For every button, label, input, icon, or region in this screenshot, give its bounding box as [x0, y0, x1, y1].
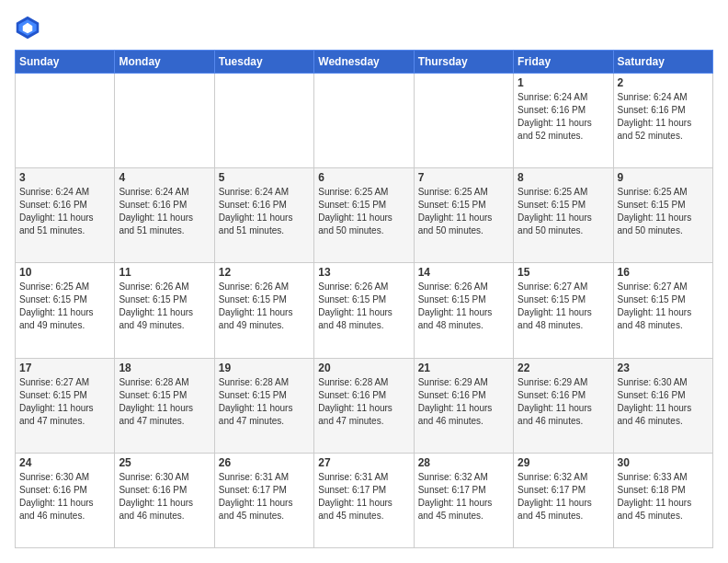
day-info: Sunrise: 6:25 AM Sunset: 6:15 PM Dayligh…: [318, 186, 409, 237]
calendar-cell: 27Sunrise: 6:31 AM Sunset: 6:17 PM Dayli…: [314, 453, 414, 547]
day-number: 11: [119, 266, 210, 279]
calendar: SundayMondayTuesdayWednesdayThursdayFrid…: [15, 50, 713, 548]
day-info: Sunrise: 6:31 AM Sunset: 6:17 PM Dayligh…: [219, 471, 310, 523]
calendar-cell: [214, 74, 313, 168]
calendar-cell: 18Sunrise: 6:28 AM Sunset: 6:15 PM Dayli…: [115, 358, 214, 453]
day-info: Sunrise: 6:30 AM Sunset: 6:16 PM Dayligh…: [618, 376, 709, 428]
day-info: Sunrise: 6:26 AM Sunset: 6:15 PM Dayligh…: [418, 281, 509, 332]
day-number: 26: [219, 456, 310, 469]
day-number: 9: [618, 171, 709, 184]
day-number: 28: [418, 456, 509, 469]
header: [15, 15, 713, 40]
calendar-cell: 19Sunrise: 6:28 AM Sunset: 6:15 PM Dayli…: [214, 358, 313, 453]
calendar-header-row: SundayMondayTuesdayWednesdayThursdayFrid…: [16, 51, 713, 74]
day-info: Sunrise: 6:29 AM Sunset: 6:16 PM Dayligh…: [518, 376, 609, 428]
calendar-cell: [314, 74, 414, 168]
calendar-cell: [115, 74, 214, 168]
calendar-cell: 11Sunrise: 6:26 AM Sunset: 6:15 PM Dayli…: [115, 263, 214, 358]
calendar-header-tuesday: Tuesday: [214, 51, 313, 74]
day-number: 22: [518, 362, 609, 374]
calendar-cell: 21Sunrise: 6:29 AM Sunset: 6:16 PM Dayli…: [414, 358, 513, 453]
calendar-week-2: 10Sunrise: 6:25 AM Sunset: 6:15 PM Dayli…: [16, 263, 713, 358]
day-info: Sunrise: 6:24 AM Sunset: 6:16 PM Dayligh…: [618, 91, 709, 143]
day-info: Sunrise: 6:24 AM Sunset: 6:16 PM Dayligh…: [119, 186, 210, 237]
day-info: Sunrise: 6:32 AM Sunset: 6:17 PM Dayligh…: [518, 471, 609, 523]
calendar-cell: 7Sunrise: 6:25 AM Sunset: 6:15 PM Daylig…: [414, 168, 513, 263]
day-info: Sunrise: 6:24 AM Sunset: 6:16 PM Dayligh…: [19, 186, 110, 237]
calendar-cell: [414, 74, 513, 168]
calendar-cell: 2Sunrise: 6:24 AM Sunset: 6:16 PM Daylig…: [613, 74, 712, 168]
day-number: 18: [119, 362, 210, 374]
day-info: Sunrise: 6:33 AM Sunset: 6:18 PM Dayligh…: [618, 471, 709, 523]
day-info: Sunrise: 6:25 AM Sunset: 6:15 PM Dayligh…: [518, 186, 609, 237]
calendar-cell: 16Sunrise: 6:27 AM Sunset: 6:15 PM Dayli…: [613, 263, 712, 358]
calendar-week-3: 17Sunrise: 6:27 AM Sunset: 6:15 PM Dayli…: [16, 358, 713, 453]
day-number: 19: [219, 362, 310, 374]
calendar-header-monday: Monday: [115, 51, 214, 74]
day-info: Sunrise: 6:32 AM Sunset: 6:17 PM Dayligh…: [418, 471, 509, 523]
calendar-header-sunday: Sunday: [16, 51, 115, 74]
day-info: Sunrise: 6:31 AM Sunset: 6:17 PM Dayligh…: [318, 471, 409, 523]
day-info: Sunrise: 6:27 AM Sunset: 6:15 PM Dayligh…: [19, 376, 110, 428]
day-info: Sunrise: 6:27 AM Sunset: 6:15 PM Dayligh…: [618, 281, 709, 332]
day-number: 17: [19, 362, 110, 374]
calendar-week-1: 3Sunrise: 6:24 AM Sunset: 6:16 PM Daylig…: [16, 168, 713, 263]
day-number: 21: [418, 362, 509, 374]
day-info: Sunrise: 6:29 AM Sunset: 6:16 PM Dayligh…: [418, 376, 509, 428]
calendar-cell: 30Sunrise: 6:33 AM Sunset: 6:18 PM Dayli…: [613, 453, 712, 547]
calendar-cell: 28Sunrise: 6:32 AM Sunset: 6:17 PM Dayli…: [414, 453, 513, 547]
day-info: Sunrise: 6:28 AM Sunset: 6:15 PM Dayligh…: [219, 376, 310, 428]
day-info: Sunrise: 6:26 AM Sunset: 6:15 PM Dayligh…: [119, 281, 210, 332]
calendar-cell: 6Sunrise: 6:25 AM Sunset: 6:15 PM Daylig…: [314, 168, 414, 263]
day-number: 5: [219, 171, 310, 184]
calendar-cell: 1Sunrise: 6:24 AM Sunset: 6:16 PM Daylig…: [514, 74, 613, 168]
day-info: Sunrise: 6:24 AM Sunset: 6:16 PM Dayligh…: [219, 186, 310, 237]
day-info: Sunrise: 6:28 AM Sunset: 6:15 PM Dayligh…: [119, 376, 210, 428]
day-number: 3: [19, 171, 110, 184]
calendar-cell: 15Sunrise: 6:27 AM Sunset: 6:15 PM Dayli…: [514, 263, 613, 358]
calendar-header-wednesday: Wednesday: [314, 51, 414, 74]
day-number: 8: [518, 171, 609, 184]
calendar-week-4: 24Sunrise: 6:30 AM Sunset: 6:16 PM Dayli…: [16, 453, 713, 547]
calendar-cell: 10Sunrise: 6:25 AM Sunset: 6:15 PM Dayli…: [16, 263, 115, 358]
day-number: 29: [518, 456, 609, 469]
logo-icon: [15, 15, 40, 40]
calendar-cell: 3Sunrise: 6:24 AM Sunset: 6:16 PM Daylig…: [16, 168, 115, 263]
page: SundayMondayTuesdayWednesdayThursdayFrid…: [0, 0, 728, 563]
calendar-cell: 20Sunrise: 6:28 AM Sunset: 6:16 PM Dayli…: [314, 358, 414, 453]
calendar-cell: 17Sunrise: 6:27 AM Sunset: 6:15 PM Dayli…: [16, 358, 115, 453]
day-number: 30: [618, 456, 709, 469]
day-number: 2: [618, 76, 709, 89]
calendar-cell: 14Sunrise: 6:26 AM Sunset: 6:15 PM Dayli…: [414, 263, 513, 358]
day-info: Sunrise: 6:26 AM Sunset: 6:15 PM Dayligh…: [219, 281, 310, 332]
calendar-cell: 4Sunrise: 6:24 AM Sunset: 6:16 PM Daylig…: [115, 168, 214, 263]
day-info: Sunrise: 6:24 AM Sunset: 6:16 PM Dayligh…: [518, 91, 609, 143]
day-number: 27: [318, 456, 409, 469]
day-info: Sunrise: 6:28 AM Sunset: 6:16 PM Dayligh…: [318, 376, 409, 428]
day-info: Sunrise: 6:25 AM Sunset: 6:15 PM Dayligh…: [19, 281, 110, 332]
day-number: 24: [19, 456, 110, 469]
day-number: 15: [518, 266, 609, 279]
calendar-cell: 22Sunrise: 6:29 AM Sunset: 6:16 PM Dayli…: [514, 358, 613, 453]
day-number: 7: [418, 171, 509, 184]
calendar-header-thursday: Thursday: [414, 51, 513, 74]
calendar-cell: 26Sunrise: 6:31 AM Sunset: 6:17 PM Dayli…: [214, 453, 313, 547]
day-info: Sunrise: 6:25 AM Sunset: 6:15 PM Dayligh…: [418, 186, 509, 237]
calendar-cell: 13Sunrise: 6:26 AM Sunset: 6:15 PM Dayli…: [314, 263, 414, 358]
day-number: 20: [318, 362, 409, 374]
calendar-header-saturday: Saturday: [613, 51, 712, 74]
calendar-week-0: 1Sunrise: 6:24 AM Sunset: 6:16 PM Daylig…: [16, 74, 713, 168]
calendar-cell: 25Sunrise: 6:30 AM Sunset: 6:16 PM Dayli…: [115, 453, 214, 547]
calendar-cell: [16, 74, 115, 168]
day-info: Sunrise: 6:30 AM Sunset: 6:16 PM Dayligh…: [19, 471, 110, 523]
day-info: Sunrise: 6:27 AM Sunset: 6:15 PM Dayligh…: [518, 281, 609, 332]
day-number: 14: [418, 266, 509, 279]
calendar-cell: 5Sunrise: 6:24 AM Sunset: 6:16 PM Daylig…: [214, 168, 313, 263]
calendar-cell: 24Sunrise: 6:30 AM Sunset: 6:16 PM Dayli…: [16, 453, 115, 547]
day-number: 6: [318, 171, 409, 184]
calendar-cell: 9Sunrise: 6:25 AM Sunset: 6:15 PM Daylig…: [613, 168, 712, 263]
day-number: 16: [618, 266, 709, 279]
day-number: 10: [19, 266, 110, 279]
day-number: 1: [518, 76, 609, 89]
calendar-cell: 23Sunrise: 6:30 AM Sunset: 6:16 PM Dayli…: [613, 358, 712, 453]
